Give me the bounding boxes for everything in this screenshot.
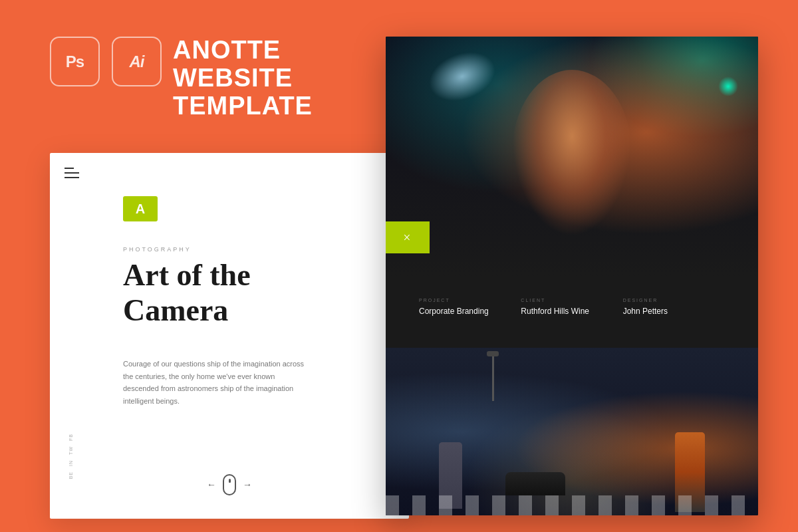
right-panel: × PROJECT Corporate Branding CLIENT Ruth… [386,37,758,515]
face-element [512,70,632,236]
hamburger-menu[interactable] [65,168,79,178]
article-heading: Art of the Camera [123,258,251,329]
menu-line-3 [65,177,79,178]
social-links: FB TW IN BE [68,434,73,479]
arrow-right-icon: → [243,479,252,490]
project-label: PROJECT [419,298,521,303]
project-value: Corporate Branding [419,307,521,316]
street-light [492,354,494,401]
designer-col: DESIGNER John Petters [623,298,725,316]
close-icon: × [403,231,410,244]
article-body: Courage of our questions ship of the ima… [123,358,309,408]
left-panel: A PHOTOGRAPHY Art of the Camera Courage … [50,153,409,519]
menu-line-1 [65,168,74,169]
street-photo [386,348,758,515]
logo-badge: A [123,196,158,221]
close-button[interactable]: × [386,221,430,253]
title-block: ANOTTE WEBSITE TEMPLATE [173,37,313,120]
designer-value: John Petters [623,307,725,316]
scroll-dot [229,479,231,483]
category-label: PHOTOGRAPHY [123,246,192,253]
project-col: PROJECT Corporate Branding [419,298,521,316]
social-in[interactable]: IN [68,460,73,466]
teal-light [718,76,738,96]
portrait-photo [386,37,758,276]
scroll-indicator: ← → [207,474,252,495]
road-markings [386,495,758,515]
social-tw[interactable]: TW [68,446,73,455]
social-fb[interactable]: FB [68,434,73,441]
arrow-left-icon: ← [207,479,216,490]
designer-label: DESIGNER [623,298,725,303]
project-info-row: PROJECT Corporate Branding CLIENT Ruthfo… [386,279,758,334]
illustrator-icon: Ai [112,37,162,86]
main-title: ANOTTE WEBSITE TEMPLATE [173,37,313,120]
client-label: CLIENT [521,298,622,303]
scroll-mouse [223,474,236,495]
menu-line-2 [65,172,79,174]
app-icons-container: Ps Ai [50,37,162,86]
photoshop-icon: Ps [50,37,100,86]
client-value: Ruthford Hills Wine [521,307,622,316]
car-shape [505,472,565,495]
client-col: CLIENT Ruthford Hills Wine [521,298,622,316]
social-be[interactable]: BE [68,471,73,479]
